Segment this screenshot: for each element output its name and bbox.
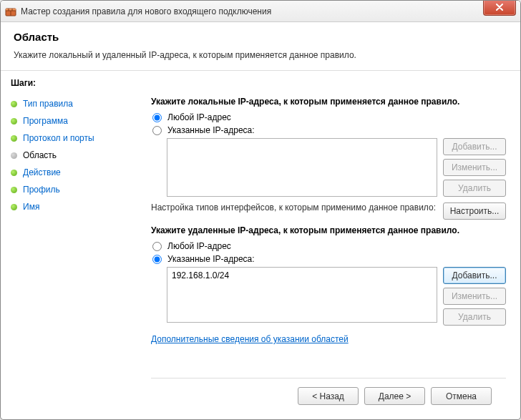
local-any-row[interactable]: Любой IP-адрес [152, 112, 506, 122]
back-button[interactable]: < Назад [298, 387, 359, 405]
step-rule-type[interactable]: Тип правила [11, 95, 134, 112]
footer: < Назад Далее > Отмена [151, 378, 506, 414]
step-label: Профиль [23, 185, 60, 195]
interface-text: Настройка типов интерфейсов, к которым п… [151, 202, 436, 214]
step-name[interactable]: Имя [11, 198, 134, 215]
titlebar: Мастер создания правила для нового входя… [1, 1, 520, 22]
step-program[interactable]: Программа [11, 112, 134, 130]
page-subheading: Укажите локальный и удаленный IP-адреса,… [14, 50, 507, 60]
close-icon [495, 2, 504, 13]
window-title: Мастер создания правила для нового входя… [21, 6, 516, 16]
local-any-radio[interactable] [152, 113, 162, 122]
firewall-icon [5, 6, 16, 17]
bullet-icon [11, 118, 17, 124]
local-heading: Укажите локальные IP-адреса, к которым п… [151, 97, 506, 107]
local-specified-label: Указанные IP-адреса: [167, 125, 255, 135]
local-ip-block: Добавить... Изменить... Удалить [167, 138, 506, 197]
help-link[interactable]: Дополнительные сведения об указании обла… [151, 334, 349, 344]
main-scroll: Укажите локальные IP-адреса, к которым п… [151, 75, 506, 378]
interface-configure-button[interactable]: Настроить... [443, 202, 506, 220]
sidebar: Шаги: Тип правила Программа Протокол и п… [1, 71, 144, 419]
remote-ip-listbox[interactable]: 192.168.1.0/24 [167, 267, 437, 323]
remote-specified-radio[interactable] [152, 255, 162, 264]
remote-edit-button[interactable]: Изменить... [443, 288, 506, 305]
step-label: Программа [23, 116, 68, 126]
remote-specified-label: Указанные IP-адреса: [167, 254, 255, 264]
remote-ip-block: 192.168.1.0/24 Добавить... Изменить... У… [167, 267, 506, 326]
step-protocol-ports[interactable]: Протокол и порты [11, 130, 134, 147]
page-heading: Область [14, 31, 507, 43]
bullet-icon [11, 152, 17, 159]
local-ip-listbox[interactable] [167, 138, 437, 197]
local-specified-row[interactable]: Указанные IP-адреса: [152, 125, 506, 135]
step-label: Имя [23, 202, 39, 212]
remote-add-button[interactable]: Добавить... [443, 267, 506, 284]
close-button[interactable] [483, 0, 516, 16]
bullet-icon [11, 204, 17, 210]
bullet-icon [11, 170, 17, 176]
remote-btn-col: Добавить... Изменить... Удалить [443, 267, 506, 326]
step-label: Область [23, 150, 57, 160]
step-profile[interactable]: Профиль [11, 181, 134, 198]
step-label: Тип правила [23, 99, 73, 109]
local-btn-col: Добавить... Изменить... Удалить [443, 138, 506, 197]
local-add-button[interactable]: Добавить... [443, 138, 506, 155]
local-edit-button[interactable]: Изменить... [443, 159, 506, 176]
bullet-icon [11, 187, 17, 193]
step-action[interactable]: Действие [11, 164, 134, 181]
remote-heading: Укажите удаленные IP-адреса, к которым п… [151, 225, 506, 235]
body: Шаги: Тип правила Программа Протокол и п… [1, 71, 520, 419]
local-specified-radio[interactable] [152, 126, 162, 135]
local-remove-button[interactable]: Удалить [443, 180, 506, 197]
cancel-button[interactable]: Отмена [431, 387, 492, 405]
remote-specified-row[interactable]: Указанные IP-адреса: [152, 254, 506, 264]
wizard-window: Мастер создания правила для нового входя… [0, 0, 521, 420]
steps-list: Тип правила Программа Протокол и порты О… [11, 95, 134, 215]
sidebar-title: Шаги: [11, 78, 134, 88]
bullet-icon [11, 101, 17, 107]
remote-any-radio[interactable] [152, 242, 162, 251]
remote-remove-button[interactable]: Удалить [443, 308, 506, 326]
remote-any-label: Любой IP-адрес [167, 241, 231, 251]
step-label: Действие [23, 167, 61, 177]
main-panel: Укажите локальные IP-адреса, к которым п… [144, 71, 520, 419]
interface-row: Настройка типов интерфейсов, к которым п… [151, 202, 506, 220]
list-item[interactable]: 192.168.1.0/24 [172, 270, 432, 280]
remote-any-row[interactable]: Любой IP-адрес [152, 241, 506, 251]
step-scope[interactable]: Область [11, 147, 134, 164]
next-button[interactable]: Далее > [364, 387, 425, 405]
bullet-icon [11, 135, 17, 142]
local-any-label: Любой IP-адрес [167, 112, 231, 122]
step-label: Протокол и порты [23, 133, 94, 143]
header: Область Укажите локальный и удаленный IP… [1, 22, 520, 71]
